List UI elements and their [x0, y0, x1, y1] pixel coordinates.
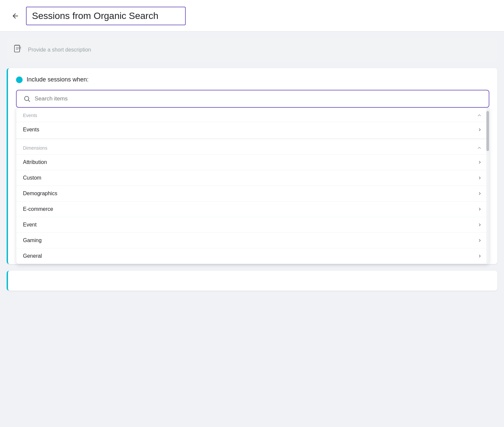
search-icon — [23, 95, 31, 102]
dimensions-section-chevron-up-icon — [476, 145, 482, 151]
dropdown-item-general-label: General — [23, 253, 42, 259]
dropdown-item-attribution-label: Attribution — [23, 159, 47, 165]
dimensions-section-header: Dimensions — [16, 140, 489, 154]
include-sessions-card: Include sessions when: Events Events — [7, 68, 497, 264]
chevron-right-icon — [477, 253, 482, 259]
dropdown-item-custom-label: Custom — [23, 175, 41, 181]
events-section-chevron-up-icon — [476, 112, 482, 118]
scrollbar-track[interactable] — [486, 108, 489, 264]
description-section: Provide a short description — [7, 38, 497, 62]
dropdown-item-ecommerce-label: E-commerce — [23, 206, 53, 212]
description-placeholder: Provide a short description — [28, 47, 91, 53]
dimensions-section-label: Dimensions — [23, 145, 47, 151]
document-icon — [13, 44, 23, 54]
chevron-right-icon — [477, 238, 482, 243]
chevron-right-icon — [477, 160, 482, 165]
dropdown-menu: Events Events Dimensions — [16, 108, 489, 264]
dropdown-item-demographics[interactable]: Demographics — [16, 186, 489, 201]
back-arrow-icon — [11, 12, 19, 20]
dropdown-item-gaming[interactable]: Gaming — [16, 232, 489, 248]
second-condition-card — [7, 271, 497, 291]
chevron-right-icon — [477, 127, 482, 132]
page-container: Provide a short description Include sess… — [0, 0, 504, 427]
scrollbar-thumb[interactable] — [486, 111, 489, 151]
dropdown-item-events[interactable]: Events — [16, 122, 489, 139]
dropdown-item-attribution[interactable]: Attribution — [16, 154, 489, 170]
back-button[interactable] — [10, 11, 21, 21]
events-section-header: Events — [16, 108, 489, 122]
events-section-label: Events — [23, 113, 37, 118]
dropdown-item-events-label: Events — [23, 127, 39, 133]
chevron-right-icon — [477, 175, 482, 181]
chevron-right-icon — [477, 207, 482, 212]
dropdown-item-demographics-label: Demographics — [23, 191, 57, 197]
chevron-right-icon — [477, 222, 482, 227]
search-input[interactable] — [35, 95, 482, 102]
header-section — [0, 0, 504, 32]
include-sessions-title: Include sessions when: — [27, 76, 89, 83]
dropdown-item-general[interactable]: General — [16, 248, 489, 264]
dropdown-item-gaming-label: Gaming — [23, 237, 42, 243]
dropdown-item-custom[interactable]: Custom — [16, 170, 489, 186]
chevron-right-icon — [477, 191, 482, 196]
teal-dot-icon — [16, 76, 23, 83]
dropdown-item-ecommerce[interactable]: E-commerce — [16, 201, 489, 217]
dropdown-item-event-label: Event — [23, 222, 37, 228]
description-icon — [13, 44, 23, 56]
include-sessions-header: Include sessions when: — [16, 76, 489, 83]
dropdown-item-event[interactable]: Event — [16, 217, 489, 232]
segment-title-input[interactable] — [26, 7, 186, 25]
search-box[interactable] — [16, 90, 489, 108]
